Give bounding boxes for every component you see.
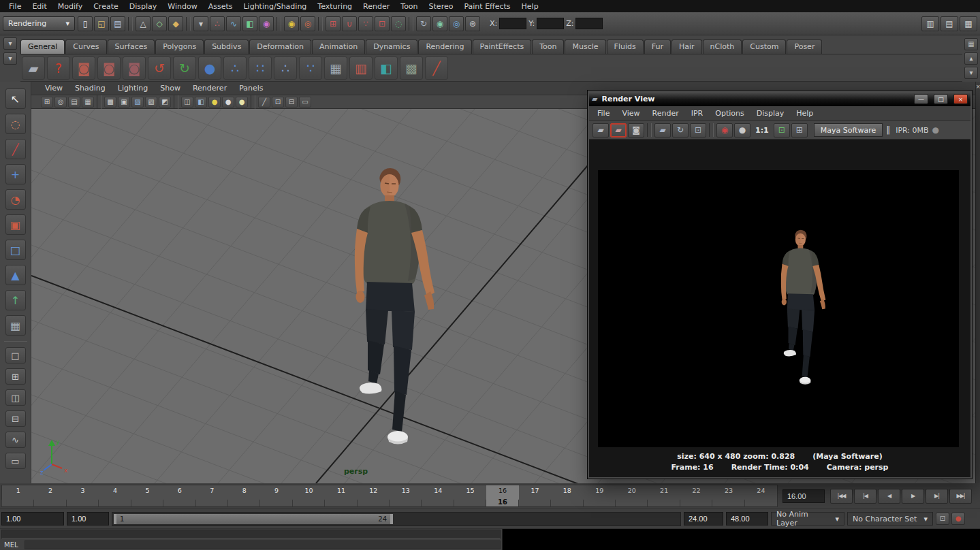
bookmarks-icon[interactable]: ▤ — [68, 97, 80, 108]
channel-box-toggle-icon[interactable]: ▦ — [960, 16, 977, 31]
auto-keyframe-icon[interactable]: ● — [951, 513, 965, 525]
paint-selection-tool-icon[interactable]: ╱ — [5, 139, 26, 159]
shelf-tab[interactable]: Fur — [644, 39, 671, 54]
timeline-frame-11[interactable]: 11 — [325, 485, 357, 506]
select-deformations-mask-icon[interactable]: ◉ — [259, 16, 274, 31]
y-input[interactable] — [537, 18, 564, 29]
shelf-tab[interactable]: Curves — [65, 39, 106, 54]
timeline-frame-5[interactable]: 5 — [131, 485, 163, 506]
select-by-component-icon[interactable]: ◆ — [168, 16, 183, 31]
arrow-sphere-icon[interactable]: ↻ — [173, 56, 196, 80]
minimize-button[interactable]: — — [914, 94, 928, 104]
lock-selection-icon[interactable]: ◉ — [284, 16, 299, 31]
particle-link-icon[interactable]: ∵ — [299, 56, 322, 80]
close-button[interactable]: × — [953, 94, 968, 104]
panel-close-icon[interactable]: × — [976, 84, 980, 90]
particle-grid-icon[interactable]: ∷ — [249, 56, 272, 80]
paint-effects-swirl-icon[interactable]: ↺ — [148, 56, 171, 80]
panel-splitter[interactable]: × — [975, 82, 980, 483]
timeline-frame-1[interactable]: 1 — [2, 485, 34, 506]
shaded-sphere-icon[interactable]: ● — [198, 56, 221, 80]
trash-icon[interactable]: ▦ — [964, 38, 978, 50]
shelf-tab[interactable]: Custom — [742, 39, 786, 54]
timeline-frame-2[interactable]: 2 — [34, 485, 66, 506]
lasso-select-tool-icon[interactable]: ◌ — [5, 114, 26, 134]
viewport-menu-item[interactable]: View — [39, 84, 68, 93]
create-camera-aim-icon[interactable]: ◙ — [97, 56, 121, 80]
shelf-tab[interactable]: Polygons — [155, 39, 204, 54]
layout-four-pane-icon[interactable]: ⊞ — [5, 368, 26, 385]
shelf-tab[interactable]: Hair — [671, 39, 702, 54]
current-time-field[interactable] — [783, 489, 825, 503]
image-plane-icon[interactable]: ▦ — [82, 97, 94, 108]
timeline-frame-19[interactable]: 19 — [584, 485, 616, 506]
maximize-button[interactable]: □ — [934, 94, 948, 104]
stacked-cubes-icon[interactable]: ▩ — [400, 56, 423, 80]
playback-range-bar[interactable]: 1 24 — [114, 514, 393, 524]
render-view-menu-item[interactable]: Render — [647, 109, 684, 118]
current-tool-icon[interactable]: ▦ — [5, 315, 26, 336]
timeline-frame-15[interactable]: 15 — [454, 485, 486, 506]
layout-persp-graph-icon[interactable]: ∿ — [5, 432, 26, 448]
render-view-menu-item[interactable]: Options — [710, 109, 749, 118]
shadows-icon[interactable]: ◩ — [159, 97, 171, 108]
particle-tree-icon[interactable]: ∴ — [274, 56, 297, 80]
isolate-select-icon[interactable]: ◫ — [181, 97, 193, 108]
menu-item[interactable]: Modify — [53, 1, 87, 12]
ipr-render-icon[interactable]: ◎ — [449, 16, 464, 31]
render-view-menu-item[interactable]: Display — [751, 109, 790, 118]
timeline-frame-22[interactable]: 22 — [680, 485, 712, 506]
menu-item[interactable]: Toon — [396, 1, 422, 12]
menu-item[interactable]: Stereo — [424, 1, 458, 12]
textured-display-icon[interactable]: ▨ — [131, 97, 144, 108]
select-points-mask-icon[interactable]: ∴ — [210, 16, 225, 31]
film-gate-icon[interactable]: ⊟ — [285, 97, 298, 108]
snap-to-curve-icon[interactable]: ∪ — [342, 16, 357, 31]
timeline-frame-13[interactable]: 13 — [390, 485, 422, 506]
selection-mask-dropdown-icon[interactable]: ▾ — [193, 16, 208, 31]
use-all-lights-icon[interactable]: ▧ — [145, 97, 157, 108]
create-camera-icon[interactable]: ◙ — [72, 56, 95, 80]
timeline-frame-21[interactable]: 21 — [648, 485, 680, 506]
menu-item[interactable]: Create — [89, 1, 123, 12]
silhouette-light-icon[interactable]: ● — [222, 97, 234, 108]
command-line-input[interactable] — [25, 540, 501, 549]
shelf-tab[interactable]: Rendering — [418, 39, 471, 54]
go-to-start-button[interactable]: |◀◀ — [830, 489, 853, 504]
shelf-tab[interactable]: Surfaces — [108, 39, 155, 54]
make-live-icon[interactable]: ◌ — [391, 16, 406, 31]
timeline-frame-9[interactable]: 9 — [260, 485, 292, 506]
x-input[interactable] — [499, 18, 526, 29]
shelf-tabs-menu-icon[interactable]: ▾ — [3, 37, 17, 50]
menu-item[interactable]: Render — [358, 1, 394, 12]
teal-cube-icon[interactable]: ◧ — [375, 56, 398, 80]
timeline-frame-20[interactable]: 20 — [616, 485, 648, 506]
range-end-handle[interactable]: 24 — [378, 515, 387, 523]
renderer-selector[interactable]: Maya Software — [814, 123, 883, 137]
timeline-frame-14[interactable]: 14 — [422, 485, 454, 506]
render-view-menu-item[interactable]: IPR — [686, 109, 709, 118]
animation-start-field[interactable] — [1, 512, 64, 525]
snap-to-grid-icon[interactable]: ⊞ — [326, 16, 341, 31]
real-size-button-icon[interactable]: ⊡ — [774, 123, 790, 138]
timeline-frame-12[interactable]: 12 — [358, 485, 390, 506]
viewport-menu-item[interactable]: Shading — [69, 84, 111, 93]
select-curves-mask-icon[interactable]: ∿ — [226, 16, 241, 31]
timeline-track[interactable]: 1234567891011121314151616171819202122232… — [1, 485, 778, 507]
soft-mod-tool-icon[interactable]: ▲ — [5, 265, 26, 285]
shelf-scroll-up-icon[interactable]: ▴ — [964, 52, 978, 65]
rendered-image[interactable] — [598, 170, 959, 447]
timeline-frame-7[interactable]: 7 — [196, 485, 228, 506]
render-view-menu-item[interactable]: View — [616, 109, 645, 118]
shelf-tab[interactable]: PaintEffects — [473, 39, 532, 54]
render-clapperboard-icon[interactable]: ▰ — [22, 56, 45, 80]
play-forwards-button[interactable]: ▶ — [902, 489, 924, 504]
show-manipulator-icon[interactable]: ↑ — [5, 290, 26, 310]
xray-display-icon[interactable]: ◧ — [195, 97, 207, 108]
highlight-selection-icon[interactable]: ◎ — [300, 16, 315, 31]
snap-to-point-icon[interactable]: ∵ — [358, 16, 373, 31]
ipr-status-icon[interactable]: ● — [931, 123, 941, 138]
render-view-titlebar[interactable]: ▰ Render View — □ × — [589, 92, 970, 106]
render-view-menu-item[interactable]: File — [592, 109, 615, 118]
snapshot-button-icon[interactable]: ◙ — [628, 123, 644, 138]
